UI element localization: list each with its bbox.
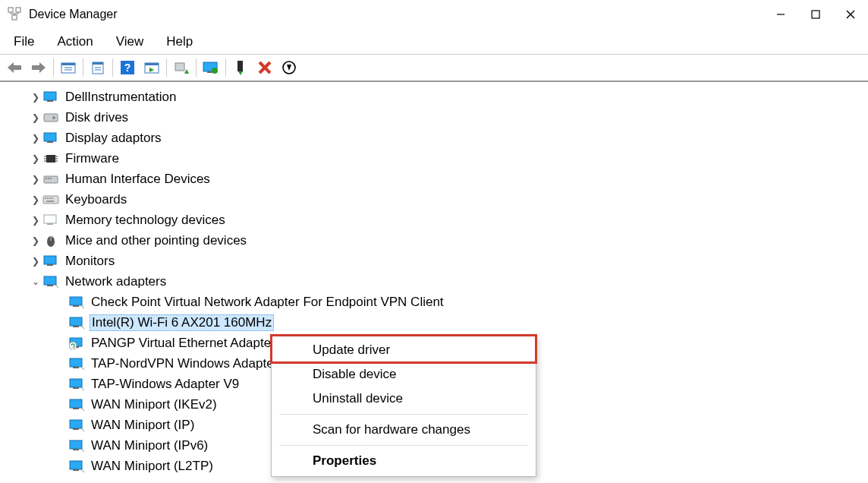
chevron-right-icon[interactable]: ❯ xyxy=(29,235,42,246)
category-dellinstrumentation[interactable]: ❯ DellInstrumentation xyxy=(8,87,868,107)
device-label: WAN Miniport (IP) xyxy=(90,418,196,433)
scan-hardware-icon[interactable] xyxy=(140,56,163,79)
svg-point-77 xyxy=(69,342,77,349)
svg-rect-64 xyxy=(44,256,56,264)
disable-device-icon[interactable] xyxy=(278,56,300,79)
toolbar-separator xyxy=(196,58,197,77)
svg-marker-12 xyxy=(32,62,46,73)
uninstall-device-icon[interactable] xyxy=(253,56,276,79)
update-driver-icon[interactable] xyxy=(200,56,222,79)
netcard-icon xyxy=(68,459,85,473)
category-memory[interactable]: ❯ Memory technology devices xyxy=(8,210,868,230)
svg-line-89 xyxy=(81,428,84,431)
netcard-refresh-icon xyxy=(68,336,85,350)
monitor-icon xyxy=(42,254,59,268)
svg-rect-1 xyxy=(16,8,20,12)
netcard-icon xyxy=(68,398,85,412)
category-disk-drives[interactable]: ❯ Disk drives xyxy=(8,107,868,128)
netcard-icon xyxy=(68,377,85,391)
display-icon xyxy=(42,131,59,145)
svg-line-86 xyxy=(81,408,84,411)
ctx-update-driver[interactable]: Update driver xyxy=(272,338,536,362)
menu-help[interactable]: Help xyxy=(156,31,203,52)
svg-rect-14 xyxy=(61,63,75,65)
menu-action[interactable]: Action xyxy=(46,31,103,52)
category-label: Memory technology devices xyxy=(64,213,227,228)
svg-rect-0 xyxy=(8,8,13,12)
category-display-adaptors[interactable]: ❯ Display adaptors xyxy=(8,128,868,148)
svg-line-74 xyxy=(81,326,84,329)
ctx-properties[interactable]: Properties xyxy=(272,449,536,473)
add-legacy-hw-icon[interactable] xyxy=(170,56,193,79)
toolbar-separator xyxy=(112,58,113,77)
minimize-button[interactable] xyxy=(763,0,798,29)
chevron-right-icon[interactable]: ❯ xyxy=(29,215,42,226)
svg-rect-43 xyxy=(46,155,55,163)
toolbar: ? xyxy=(0,55,868,82)
chevron-right-icon[interactable]: ❯ xyxy=(29,256,42,267)
svg-line-68 xyxy=(55,285,58,288)
svg-line-92 xyxy=(81,449,84,452)
close-button[interactable] xyxy=(833,0,868,29)
svg-rect-41 xyxy=(44,133,56,141)
maximize-button[interactable] xyxy=(798,0,833,29)
ctx-scan-hardware[interactable]: Scan for hardware changes xyxy=(272,418,536,442)
hid-icon xyxy=(42,172,59,186)
category-monitors[interactable]: ❯ Monitors xyxy=(8,251,868,271)
chevron-right-icon[interactable]: ❯ xyxy=(29,92,42,103)
chevron-right-icon[interactable]: ❯ xyxy=(29,174,42,185)
properties-sheet-icon[interactable] xyxy=(86,56,109,79)
show-hidden-icon[interactable] xyxy=(57,56,80,79)
device-check-point-adapter[interactable]: Check Point Virtual Network Adapter For … xyxy=(8,292,868,312)
svg-rect-91 xyxy=(73,449,79,450)
svg-rect-8 xyxy=(812,11,819,18)
enable-device-icon[interactable] xyxy=(229,56,252,79)
svg-rect-69 xyxy=(70,297,82,305)
svg-rect-90 xyxy=(70,440,82,449)
category-label: Network adapters xyxy=(64,274,168,289)
chevron-right-icon[interactable]: ❯ xyxy=(29,153,42,164)
category-label: Firmware xyxy=(64,151,121,166)
help-icon[interactable]: ? xyxy=(116,56,139,79)
toolbar-separator xyxy=(166,58,167,77)
device-intel-wifi-ax201[interactable]: Intel(R) Wi-Fi 6 AX201 160MHz xyxy=(8,312,868,333)
forward-arrow-icon[interactable] xyxy=(27,56,50,79)
chevron-right-icon[interactable]: ❯ xyxy=(29,112,42,123)
category-label: Display adaptors xyxy=(64,131,163,146)
svg-rect-82 xyxy=(73,387,79,389)
category-hid[interactable]: ❯ Human Interface Devices xyxy=(8,169,868,189)
svg-marker-27 xyxy=(184,69,189,74)
category-network-adapters[interactable]: ⌄ Network adapters xyxy=(8,271,868,292)
svg-line-71 xyxy=(81,305,84,308)
category-label: Monitors xyxy=(64,254,116,269)
ctx-separator xyxy=(279,414,528,415)
category-mice[interactable]: ❯ Mice and other pointing devices xyxy=(8,230,868,251)
ctx-uninstall-device[interactable]: Uninstall device xyxy=(272,387,536,411)
svg-rect-39 xyxy=(44,114,58,122)
device-label: WAN Miniport (IKEv2) xyxy=(90,397,219,412)
menu-file[interactable]: File xyxy=(3,31,45,52)
category-keyboards[interactable]: ❯ Keyboards xyxy=(8,189,868,210)
svg-rect-54 xyxy=(43,196,58,204)
network-icon xyxy=(42,275,59,289)
netcard-icon xyxy=(68,418,85,432)
device-label: TAP-Windows Adapter V9 xyxy=(90,377,241,392)
svg-rect-26 xyxy=(175,63,184,71)
chevron-down-icon[interactable]: ⌄ xyxy=(29,276,42,287)
device-label: Check Point Virtual Network Adapter For … xyxy=(90,295,445,310)
svg-line-95 xyxy=(81,469,84,472)
back-arrow-icon[interactable] xyxy=(3,56,26,79)
svg-rect-61 xyxy=(47,223,53,225)
svg-rect-88 xyxy=(73,428,79,430)
chevron-right-icon[interactable]: ❯ xyxy=(29,194,42,205)
svg-point-30 xyxy=(212,68,218,74)
category-label: Disk drives xyxy=(64,110,130,125)
ctx-disable-device[interactable]: Disable device xyxy=(272,362,536,387)
category-firmware[interactable]: ❯ Firmware xyxy=(8,148,868,169)
menu-view[interactable]: View xyxy=(105,31,155,52)
category-label: DellInstrumentation xyxy=(64,90,178,105)
svg-rect-78 xyxy=(70,358,82,367)
chevron-right-icon[interactable]: ❯ xyxy=(29,133,42,144)
svg-rect-79 xyxy=(73,367,79,368)
svg-rect-94 xyxy=(73,469,79,471)
